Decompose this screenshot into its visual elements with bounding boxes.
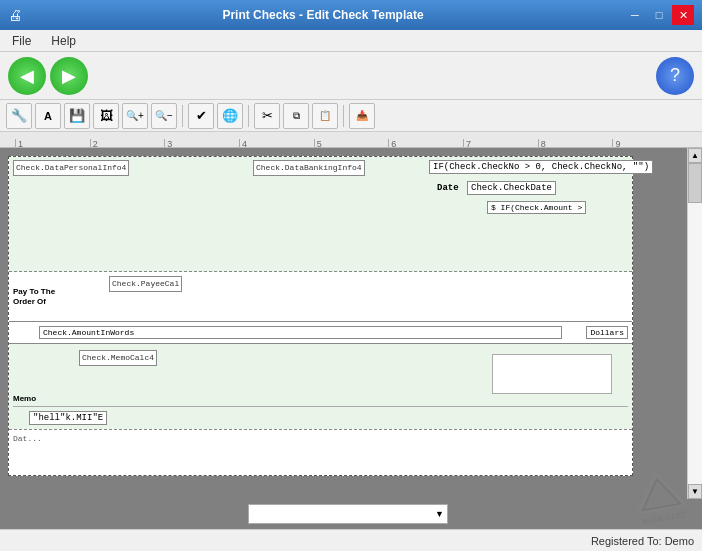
pay-to-label: Pay To The Order Of xyxy=(13,286,55,307)
nav-toolbar: ◀ ▶ ? xyxy=(0,52,702,100)
micr-field: "hell"k.MII"E xyxy=(29,411,107,425)
separator-1 xyxy=(182,105,183,127)
ruler-mark-8: 8 xyxy=(538,139,613,147)
app-icon: 🖨 xyxy=(8,7,22,23)
separator-2 xyxy=(248,105,249,127)
canvas-area[interactable]: Check.DataPersonalInfo1 Check.DataPerson… xyxy=(0,148,687,499)
ruler-mark-6: 6 xyxy=(388,139,463,147)
separator-3 xyxy=(343,105,344,127)
ruler-mark-1: 1 xyxy=(15,139,90,147)
title-bar: 🖨 Print Checks - Edit Check Template ─ □… xyxy=(0,0,702,30)
menu-bar: File Help xyxy=(0,30,702,52)
memo-section: Check.MemoCalc1 Check.MemoCalc2 Check.Me… xyxy=(9,344,632,429)
window-controls: ─ □ ✕ xyxy=(624,5,694,25)
bottom-dropdown[interactable]: ▼ xyxy=(248,504,448,524)
memo-calc-4: Check.MemoCalc4 xyxy=(79,350,157,366)
image-tool-btn[interactable]: 🖼 xyxy=(93,103,119,129)
vertical-scrollbar[interactable]: ▲ ▼ xyxy=(687,148,702,499)
ruler-mark-4: 4 xyxy=(239,139,314,147)
ruler-mark-9: 9 xyxy=(612,139,687,147)
close-button[interactable]: ✕ xyxy=(672,5,694,25)
payee-field-4: Check.PayeeCal xyxy=(109,276,182,292)
canvas-padding xyxy=(8,476,687,499)
scroll-up-btn[interactable]: ▲ xyxy=(688,148,702,163)
field-personal-4: Check.DataPersonalInfo4 xyxy=(13,160,129,176)
amount-words-section: Check.AmountInWords Dollars xyxy=(9,322,632,344)
field-banking-4: Check.DataBankingInfo4 xyxy=(253,160,365,176)
svg-text:INSTALUJ.CZ: INSTALUJ.CZ xyxy=(641,511,686,526)
watermark: INSTALUJ.CZ xyxy=(628,465,692,532)
scroll-track[interactable] xyxy=(688,163,702,484)
play-button[interactable]: ▶ xyxy=(50,57,88,95)
ruler-content: 1 2 3 4 5 6 7 8 9 xyxy=(15,132,687,147)
copy-tool-btn[interactable]: ⧉ xyxy=(283,103,309,129)
status-text: Registered To: Demo xyxy=(591,535,694,547)
svg-marker-0 xyxy=(632,469,686,513)
ruler-mark-7: 7 xyxy=(463,139,538,147)
ruler-mark-5: 5 xyxy=(314,139,389,147)
dropdown-arrow: ▼ xyxy=(435,509,444,519)
zoom-out-tool-btn[interactable]: 🔍− xyxy=(151,103,177,129)
status-bar: Registered To: Demo xyxy=(0,529,702,551)
zoom-in-tool-btn[interactable]: 🔍+ xyxy=(122,103,148,129)
save-tool-btn[interactable]: 💾 xyxy=(64,103,90,129)
check-template-canvas: Check.DataPersonalInfo1 Check.DataPerson… xyxy=(8,156,633,476)
window-title: Print Checks - Edit Check Template xyxy=(22,8,624,22)
text-tool-btn[interactable]: A xyxy=(35,103,61,129)
scroll-thumb[interactable] xyxy=(688,163,702,203)
back-button[interactable]: ◀ xyxy=(8,57,46,95)
ruler: 1 2 3 4 5 6 7 8 9 xyxy=(0,132,702,148)
amount-words-field: Check.AmountInWords xyxy=(39,326,562,339)
globe-tool-btn[interactable]: 🌐 xyxy=(217,103,243,129)
ruler-mark-3: 3 xyxy=(164,139,239,147)
maximize-button[interactable]: □ xyxy=(648,5,670,25)
scroll-down-btn[interactable]: ▼ xyxy=(688,484,702,499)
ruler-mark-2: 2 xyxy=(90,139,165,147)
menu-file[interactable]: File xyxy=(4,32,39,50)
import-tool-btn[interactable]: 📥 xyxy=(349,103,375,129)
data-row: Dat... xyxy=(9,429,632,447)
wrench-tool-btn[interactable]: 🔧 xyxy=(6,103,32,129)
tool-toolbar: 🔧 A 💾 🖼 🔍+ 🔍− ✔ 🌐 ✂ ⧉ 📋 📥 xyxy=(0,100,702,132)
amount-expr-field: $ IF(Check.Amount > xyxy=(487,201,586,214)
memo-label: Memo xyxy=(13,394,36,403)
minimize-button[interactable]: ─ xyxy=(624,5,646,25)
signature-box xyxy=(492,354,612,394)
help-button[interactable]: ? xyxy=(656,57,694,95)
bottom-line xyxy=(13,406,628,407)
date-label: Date xyxy=(437,183,459,193)
dollars-label: Dollars xyxy=(586,326,628,339)
bottom-toolbar: ▼ INSTALUJ.CZ xyxy=(0,499,702,529)
date-field: Check.CheckDate xyxy=(467,181,556,195)
menu-help[interactable]: Help xyxy=(43,32,84,50)
check-tool-btn[interactable]: ✔ xyxy=(188,103,214,129)
paste-tool-btn[interactable]: 📋 xyxy=(312,103,338,129)
scissors-tool-btn[interactable]: ✂ xyxy=(254,103,280,129)
payee-section: Pay To The Order Of Check.PayeeCal Check… xyxy=(9,272,632,322)
data-label: Dat... xyxy=(13,434,42,443)
check-no-field: IF(Check.CheckNo > 0, Check.CheckNo, "") xyxy=(429,160,653,174)
